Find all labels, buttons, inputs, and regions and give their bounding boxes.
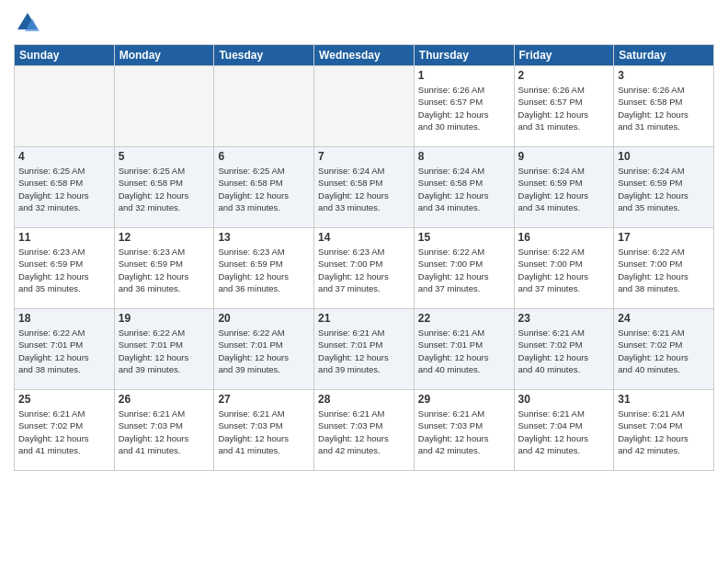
calendar-cell: 24Sunrise: 6:21 AM Sunset: 7:02 PM Dayli…: [614, 309, 714, 390]
header: [14, 9, 714, 37]
day-number: 16: [518, 231, 610, 244]
day-info: Sunrise: 6:23 AM Sunset: 6:59 PM Dayligh…: [18, 246, 110, 294]
day-number: 30: [518, 393, 610, 406]
day-number: 21: [318, 312, 410, 325]
week-row-3: 11Sunrise: 6:23 AM Sunset: 6:59 PM Dayli…: [15, 228, 714, 309]
calendar-cell: 26Sunrise: 6:21 AM Sunset: 7:03 PM Dayli…: [114, 390, 214, 471]
calendar-cell: [314, 66, 415, 147]
day-number: 26: [119, 393, 210, 406]
day-info: Sunrise: 6:21 AM Sunset: 7:02 PM Dayligh…: [618, 327, 710, 375]
day-number: 13: [218, 231, 310, 244]
calendar-cell: 3Sunrise: 6:26 AM Sunset: 6:58 PM Daylig…: [614, 66, 714, 147]
day-number: 17: [618, 231, 710, 244]
calendar-cell: 17Sunrise: 6:22 AM Sunset: 7:00 PM Dayli…: [614, 228, 714, 309]
header-row: SundayMondayTuesdayWednesdayThursdayFrid…: [15, 45, 714, 66]
day-info: Sunrise: 6:21 AM Sunset: 7:03 PM Dayligh…: [418, 408, 510, 456]
week-row-2: 4Sunrise: 6:25 AM Sunset: 6:58 PM Daylig…: [15, 147, 714, 228]
day-number: 12: [119, 231, 210, 244]
day-number: 29: [418, 393, 510, 406]
calendar-cell: 4Sunrise: 6:25 AM Sunset: 6:58 PM Daylig…: [15, 147, 115, 228]
day-info: Sunrise: 6:22 AM Sunset: 7:00 PM Dayligh…: [618, 246, 710, 294]
logo: [14, 9, 45, 37]
day-info: Sunrise: 6:22 AM Sunset: 7:00 PM Dayligh…: [418, 246, 510, 294]
col-header-wednesday: Wednesday: [314, 45, 415, 66]
day-number: 4: [18, 150, 110, 163]
col-header-monday: Monday: [114, 45, 214, 66]
calendar-cell: [15, 66, 115, 147]
day-number: 7: [318, 150, 410, 163]
day-number: 31: [618, 393, 710, 406]
day-info: Sunrise: 6:22 AM Sunset: 7:01 PM Dayligh…: [18, 327, 110, 375]
day-number: 3: [618, 69, 710, 82]
day-info: Sunrise: 6:21 AM Sunset: 7:02 PM Dayligh…: [18, 408, 110, 456]
calendar-cell: 9Sunrise: 6:24 AM Sunset: 6:59 PM Daylig…: [514, 147, 614, 228]
col-header-friday: Friday: [514, 45, 614, 66]
day-number: 2: [518, 69, 610, 82]
calendar-cell: 18Sunrise: 6:22 AM Sunset: 7:01 PM Dayli…: [15, 309, 115, 390]
calendar-cell: 25Sunrise: 6:21 AM Sunset: 7:02 PM Dayli…: [15, 390, 115, 471]
calendar-cell: 23Sunrise: 6:21 AM Sunset: 7:02 PM Dayli…: [514, 309, 614, 390]
logo-icon: [14, 9, 41, 37]
calendar-cell: 12Sunrise: 6:23 AM Sunset: 6:59 PM Dayli…: [114, 228, 214, 309]
calendar-cell: 1Sunrise: 6:26 AM Sunset: 6:57 PM Daylig…: [414, 66, 514, 147]
day-number: 28: [318, 393, 410, 406]
day-info: Sunrise: 6:26 AM Sunset: 6:57 PM Dayligh…: [418, 84, 510, 132]
day-info: Sunrise: 6:22 AM Sunset: 7:00 PM Dayligh…: [518, 246, 610, 294]
calendar-cell: 15Sunrise: 6:22 AM Sunset: 7:00 PM Dayli…: [414, 228, 514, 309]
day-number: 22: [418, 312, 510, 325]
col-header-thursday: Thursday: [414, 45, 514, 66]
day-number: 11: [18, 231, 110, 244]
day-number: 10: [618, 150, 710, 163]
day-info: Sunrise: 6:23 AM Sunset: 7:00 PM Dayligh…: [318, 246, 410, 294]
calendar-cell: 29Sunrise: 6:21 AM Sunset: 7:03 PM Dayli…: [414, 390, 514, 471]
day-info: Sunrise: 6:21 AM Sunset: 7:04 PM Dayligh…: [518, 408, 610, 456]
day-number: 18: [18, 312, 110, 325]
calendar-table: SundayMondayTuesdayWednesdayThursdayFrid…: [14, 44, 714, 471]
day-number: 8: [418, 150, 510, 163]
calendar-cell: 6Sunrise: 6:25 AM Sunset: 6:58 PM Daylig…: [214, 147, 314, 228]
week-row-1: 1Sunrise: 6:26 AM Sunset: 6:57 PM Daylig…: [15, 66, 714, 147]
col-header-tuesday: Tuesday: [214, 45, 314, 66]
day-number: 19: [119, 312, 210, 325]
day-info: Sunrise: 6:23 AM Sunset: 6:59 PM Dayligh…: [119, 246, 210, 294]
day-info: Sunrise: 6:26 AM Sunset: 6:57 PM Dayligh…: [518, 84, 610, 132]
day-info: Sunrise: 6:23 AM Sunset: 6:59 PM Dayligh…: [218, 246, 310, 294]
day-info: Sunrise: 6:21 AM Sunset: 7:03 PM Dayligh…: [119, 408, 210, 456]
day-info: Sunrise: 6:25 AM Sunset: 6:58 PM Dayligh…: [18, 165, 110, 213]
calendar-cell: [114, 66, 214, 147]
day-number: 25: [18, 393, 110, 406]
calendar-cell: [214, 66, 314, 147]
col-header-sunday: Sunday: [15, 45, 115, 66]
day-info: Sunrise: 6:26 AM Sunset: 6:58 PM Dayligh…: [618, 84, 710, 132]
calendar-cell: 8Sunrise: 6:24 AM Sunset: 6:58 PM Daylig…: [414, 147, 514, 228]
day-info: Sunrise: 6:22 AM Sunset: 7:01 PM Dayligh…: [218, 327, 310, 375]
day-number: 24: [618, 312, 710, 325]
day-info: Sunrise: 6:24 AM Sunset: 6:59 PM Dayligh…: [618, 165, 710, 213]
col-header-saturday: Saturday: [614, 45, 714, 66]
day-info: Sunrise: 6:24 AM Sunset: 6:58 PM Dayligh…: [418, 165, 510, 213]
calendar-cell: 28Sunrise: 6:21 AM Sunset: 7:03 PM Dayli…: [314, 390, 415, 471]
page: SundayMondayTuesdayWednesdayThursdayFrid…: [0, 0, 728, 563]
day-info: Sunrise: 6:21 AM Sunset: 7:03 PM Dayligh…: [218, 408, 310, 456]
calendar-cell: 10Sunrise: 6:24 AM Sunset: 6:59 PM Dayli…: [614, 147, 714, 228]
day-number: 20: [218, 312, 310, 325]
calendar-cell: 13Sunrise: 6:23 AM Sunset: 6:59 PM Dayli…: [214, 228, 314, 309]
week-row-4: 18Sunrise: 6:22 AM Sunset: 7:01 PM Dayli…: [15, 309, 714, 390]
calendar-cell: 22Sunrise: 6:21 AM Sunset: 7:01 PM Dayli…: [414, 309, 514, 390]
calendar-cell: 14Sunrise: 6:23 AM Sunset: 7:00 PM Dayli…: [314, 228, 415, 309]
day-info: Sunrise: 6:24 AM Sunset: 6:58 PM Dayligh…: [318, 165, 410, 213]
day-number: 9: [518, 150, 610, 163]
calendar-cell: 16Sunrise: 6:22 AM Sunset: 7:00 PM Dayli…: [514, 228, 614, 309]
week-row-5: 25Sunrise: 6:21 AM Sunset: 7:02 PM Dayli…: [15, 390, 714, 471]
calendar-cell: 19Sunrise: 6:22 AM Sunset: 7:01 PM Dayli…: [114, 309, 214, 390]
calendar-cell: 11Sunrise: 6:23 AM Sunset: 6:59 PM Dayli…: [15, 228, 115, 309]
calendar-cell: 21Sunrise: 6:21 AM Sunset: 7:01 PM Dayli…: [314, 309, 415, 390]
day-info: Sunrise: 6:21 AM Sunset: 7:02 PM Dayligh…: [518, 327, 610, 375]
calendar-cell: 7Sunrise: 6:24 AM Sunset: 6:58 PM Daylig…: [314, 147, 415, 228]
day-number: 6: [218, 150, 310, 163]
day-info: Sunrise: 6:22 AM Sunset: 7:01 PM Dayligh…: [119, 327, 210, 375]
day-number: 5: [119, 150, 210, 163]
day-info: Sunrise: 6:21 AM Sunset: 7:01 PM Dayligh…: [418, 327, 510, 375]
day-info: Sunrise: 6:25 AM Sunset: 6:58 PM Dayligh…: [218, 165, 310, 213]
day-number: 23: [518, 312, 610, 325]
